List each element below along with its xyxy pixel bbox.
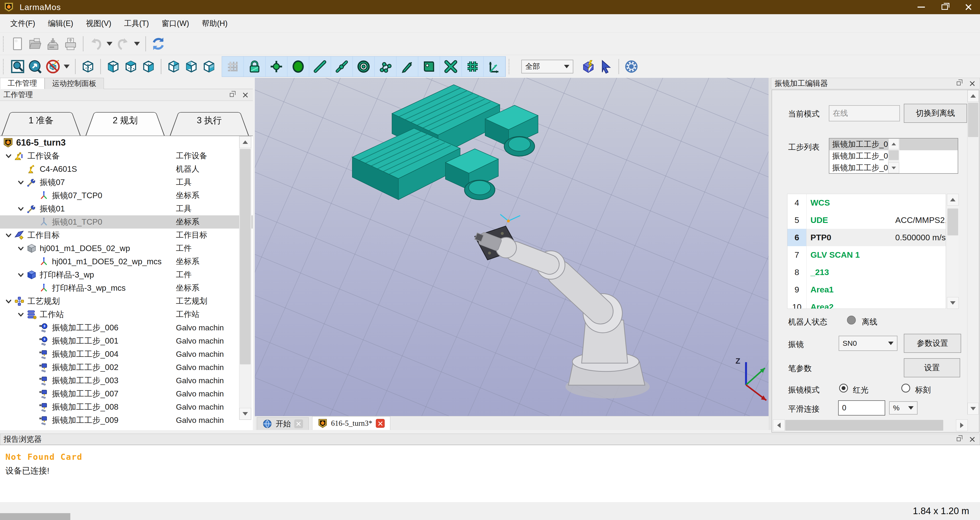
menu-item[interactable]: 编辑(E) — [41, 16, 80, 32]
tree-row[interactable]: 工艺规划 工艺规划 — [0, 295, 253, 308]
tree-row[interactable]: 振镜07 工具 — [0, 176, 253, 189]
tree-row[interactable]: 振镜加工工步_007 Galvo machin — [0, 387, 253, 400]
program-row[interactable]: 9 Area1 — [788, 281, 946, 298]
menu-item[interactable]: 视图(V) — [80, 16, 118, 32]
expander-icon[interactable] — [3, 230, 14, 240]
toolbar-button[interactable] — [618, 59, 619, 74]
point-icon[interactable] — [266, 57, 287, 76]
close-tab-icon[interactable] — [376, 419, 385, 428]
tree-row[interactable]: hj001_m1_DOE5_02_wp_mcs 坐标系 — [0, 255, 253, 268]
menu-item[interactable]: 工具(T) — [118, 16, 155, 32]
toolbar-button[interactable] — [145, 36, 146, 51]
step-list-scrollbar[interactable] — [888, 138, 899, 173]
float-panel-button[interactable] — [956, 435, 964, 443]
hash-icon[interactable] — [462, 57, 484, 76]
cursor-icon[interactable] — [597, 58, 615, 75]
float-panel-button[interactable] — [229, 91, 237, 99]
cube-wire-icon[interactable] — [79, 58, 97, 75]
tree-scrollbar[interactable] — [239, 136, 251, 420]
pen-settings-button[interactable]: 设置 — [904, 358, 960, 377]
expander-icon[interactable] — [15, 270, 27, 280]
program-row[interactable]: 6 PTP0 0.500000 m/s,50.... — [788, 229, 946, 246]
viewport-3d[interactable]: Z Y X 开始 616-5_turn3* — [255, 78, 768, 430]
program-row[interactable]: 5 UDE ACC/MMPS2,500.... — [788, 211, 946, 229]
close-button[interactable] — [956, 0, 980, 14]
save-icon[interactable] — [44, 35, 62, 52]
expander-icon[interactable] — [15, 309, 27, 319]
expander-icon[interactable] — [3, 151, 14, 161]
dot-icon[interactable] — [287, 57, 309, 76]
toolbar-button[interactable] — [62, 58, 72, 75]
refresh-icon[interactable] — [150, 35, 167, 52]
tree-row[interactable]: 振镜07_TCP0 坐标系 — [0, 189, 253, 202]
tree-row[interactable]: 打印样品-3_wp 工件 — [0, 268, 253, 281]
minimize-button[interactable] — [910, 0, 933, 14]
menu-item[interactable]: 帮助(H) — [196, 16, 234, 32]
lock-icon[interactable] — [244, 57, 266, 76]
close-tab-icon[interactable] — [294, 419, 303, 428]
tree-row[interactable]: 振镜加工工步_001 Galvo machin — [0, 334, 253, 347]
resize-grip[interactable] — [0, 513, 70, 520]
close-panel-button[interactable] — [969, 435, 976, 443]
target-rings-icon[interactable] — [353, 57, 375, 76]
restore-button[interactable] — [933, 0, 956, 14]
toolbar-button[interactable] — [83, 36, 84, 51]
scroll-down-button[interactable] — [239, 408, 251, 420]
pen-icon[interactable] — [396, 57, 418, 76]
toolbar-button[interactable] — [105, 35, 115, 52]
tree-row[interactable]: 打印样品-3_wp_mcs 坐标系 — [0, 281, 253, 295]
tree-row[interactable]: 振镜01 工具 — [0, 202, 253, 216]
scroll-up-button[interactable] — [239, 136, 251, 148]
marking-radio[interactable] — [901, 384, 910, 393]
grid-icon[interactable] — [222, 57, 244, 76]
toolbar-button[interactable] — [132, 35, 142, 52]
tab-motion-control[interactable]: 运动控制面板 — [45, 78, 104, 89]
open-folder-icon[interactable] — [27, 35, 44, 52]
menu-item[interactable]: 文件(F) — [4, 16, 41, 32]
program-row[interactable]: 10 Area2 — [788, 298, 946, 309]
tree-row[interactable]: 振镜加工工步_002 Galvo machin — [0, 361, 253, 374]
close-panel-button[interactable] — [242, 91, 250, 99]
cube-corner-icon[interactable] — [165, 58, 183, 75]
expander-icon[interactable] — [3, 296, 14, 306]
scene-3d[interactable]: Z Y X — [255, 78, 768, 416]
expander-icon[interactable] — [15, 204, 27, 214]
new-file-icon[interactable] — [9, 35, 27, 52]
zoom-fit-icon[interactable] — [9, 58, 27, 75]
line-icon[interactable] — [309, 57, 331, 76]
param-settings-button[interactable]: 参数设置 — [904, 334, 961, 353]
toolbar-button[interactable] — [161, 59, 161, 74]
toolbar-button[interactable] — [75, 59, 76, 74]
tree-row[interactable]: 振镜加工工步_004 Galvo machin — [0, 347, 253, 361]
menu-item[interactable]: 窗口(W) — [155, 16, 196, 32]
tree-row[interactable]: 工作设备 工作设备 — [0, 149, 253, 162]
tab-document[interactable]: 616-5_turn3* — [312, 416, 390, 430]
stage-tab-prepare[interactable]: 1 准备 — [2, 105, 81, 136]
red-light-radio[interactable] — [839, 384, 848, 393]
prism-flash-icon[interactable] — [580, 58, 597, 75]
switch-offline-button[interactable]: 切换到离线 — [904, 104, 967, 123]
tree-row[interactable]: 振镜01_TCP0 坐标系 — [0, 216, 253, 228]
panel-scrollbar[interactable] — [967, 90, 979, 415]
close-panel-button[interactable] — [969, 79, 976, 87]
stage-tab-plan[interactable]: 2 规划 — [86, 105, 165, 136]
toolbar-drag-handle[interactable] — [509, 59, 512, 74]
galvo-device-combobox[interactable]: SN0 — [838, 336, 897, 351]
tree-row[interactable]: hj001_m1_DOE5_02_wp 工件 — [0, 242, 253, 255]
expander-icon[interactable] — [15, 244, 27, 253]
program-row[interactable]: 8 _213 — [788, 263, 946, 281]
program-row[interactable]: 4 WCS — [788, 194, 946, 211]
tree-row[interactable]: 振镜加工工步_008 Galvo machin — [0, 400, 253, 414]
redo-icon[interactable] — [115, 35, 132, 52]
delete-x-icon[interactable] — [440, 57, 462, 76]
smooth-unit-combobox[interactable]: % — [889, 401, 918, 415]
smooth-input[interactable]: 0 — [838, 400, 885, 415]
node-line-icon[interactable] — [331, 57, 353, 76]
panel-splitter[interactable] — [768, 78, 771, 430]
print-icon[interactable] — [62, 35, 80, 52]
program-table-scrollbar[interactable] — [947, 194, 959, 309]
gear-icon[interactable] — [622, 58, 640, 75]
undo-icon[interactable] — [87, 35, 105, 52]
no-edit-icon[interactable] — [44, 58, 62, 75]
toolbar-drag-handle[interactable] — [3, 59, 6, 74]
